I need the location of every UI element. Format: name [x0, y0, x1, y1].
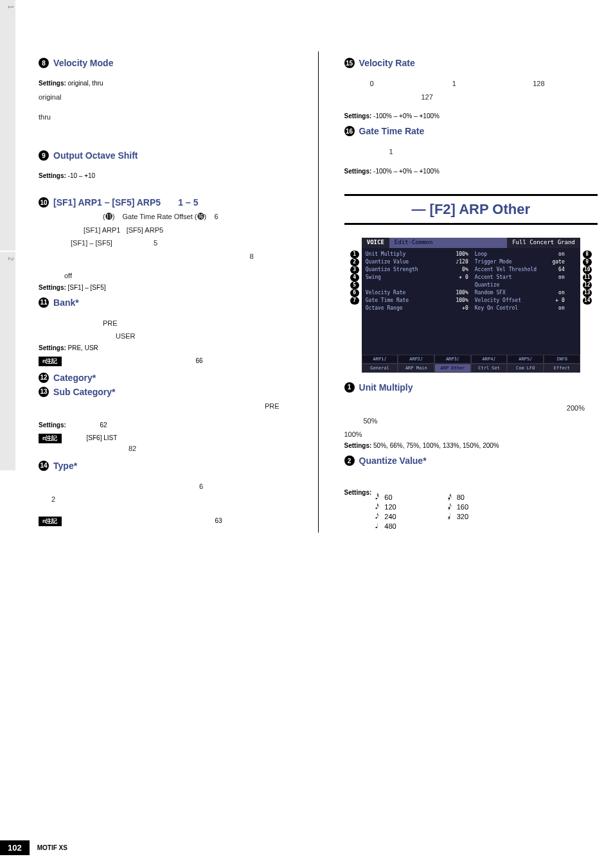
settings-13-val: 62: [68, 421, 107, 429]
settings-10-label: Settings:: [39, 284, 66, 291]
screen-row: Unit Multiply100%Loopon: [366, 251, 576, 258]
quantize-col: 𝅘𝅥𝅯₃80𝅘𝅥𝅮₃160𝅘𝅥₃320: [448, 493, 468, 530]
section-rule-bottom: [344, 223, 598, 225]
quantize-row: 𝅘𝅥₃320: [448, 512, 468, 520]
settings-10-val: [SF1] – [SF5]: [68, 284, 106, 291]
callout-11: 11: [583, 274, 592, 281]
page-footer: 102 MOTIF XS: [0, 840, 613, 855]
screen-tabs: ARP1♪ARP2♪ARP3♪ARP4♪ARP5♪INFO GeneralARP…: [362, 355, 580, 373]
p15b: 127: [344, 92, 598, 103]
p10d: 8: [39, 251, 292, 262]
title-10: [SF1] ARP1 – [SF5] ARP5 1 – 5: [53, 197, 198, 208]
quantize-val: 160: [457, 503, 468, 511]
quantize-row: 𝅘𝅥𝅯₃80: [448, 493, 468, 501]
note-icon: 𝅘𝅥𝅯₃: [448, 493, 454, 501]
note-13-label: n注記: [39, 434, 62, 443]
p13a: PRE: [39, 401, 292, 412]
heading-14: 14 Type*: [39, 461, 292, 471]
callouts-left: 1 2 3 4 5 6 7: [350, 251, 359, 305]
screen-voice: VOICE: [362, 238, 389, 248]
callout-13: 13: [583, 289, 592, 297]
callout-8: 8: [583, 251, 592, 258]
heading-8: 8 Velocity Mode: [39, 58, 292, 68]
num-12-icon: 12: [39, 373, 49, 383]
f-tab[interactable]: ARP Main: [398, 364, 434, 373]
note-icon: 𝅘𝅥₃: [448, 512, 454, 520]
section-arp-other: — [F2] ARP Other: [344, 194, 598, 225]
f-tab[interactable]: General: [362, 364, 398, 373]
note-13-text1: [SF6] LIST: [67, 434, 118, 441]
callout-4: 4: [350, 274, 359, 281]
quantize-row: 𝅘𝅥𝅯120: [375, 502, 396, 511]
page-number: 102: [0, 840, 30, 855]
settings-15-label: Settings:: [344, 112, 372, 120]
p10b: [SF1] ARP1 [SF5] ARP5: [39, 225, 292, 236]
settings-8-val: original, thru: [68, 80, 103, 87]
p1b-b: 50%: [344, 416, 598, 427]
note-11: n注記 66: [39, 357, 292, 366]
sf-tab[interactable]: ARP1♪: [362, 355, 398, 364]
left-column: 8 Velocity Mode Settings: original, thru…: [39, 51, 292, 533]
heading-12: 12 Category*: [39, 373, 292, 383]
quantize-val: 60: [384, 493, 392, 501]
sf-tab[interactable]: ARP4♪: [471, 355, 508, 364]
def-thru: thru: [39, 112, 292, 123]
note-icon: 𝅘𝅥: [375, 522, 382, 530]
heading-10: 10 [SF1] ARP1 – [SF5] ARP5 1 – 5: [39, 197, 292, 208]
num-14-icon: 14: [39, 461, 49, 471]
f-tab[interactable]: ARP Other: [434, 364, 471, 373]
note-11-label: n注記: [39, 357, 62, 366]
quantize-row: 𝅘𝅥𝅮₃160: [448, 502, 468, 511]
note-13-text2: 82: [39, 443, 292, 454]
p10c: [SF1] – [SF5] 5: [39, 238, 292, 249]
p15a: 0 1 128: [344, 78, 598, 89]
sf-tab[interactable]: INFO: [544, 355, 580, 364]
side-tabs: 1 2: [0, 0, 19, 868]
column-divider: [318, 51, 319, 533]
settings-11-label: Settings:: [39, 344, 66, 351]
heading-2b: 2 Quantize Value*: [344, 456, 598, 466]
f-tab[interactable]: Com LFO: [507, 364, 544, 373]
screen-row: Quantize Value♪120Trigger Modegate: [366, 258, 576, 266]
p14a: 6: [39, 481, 292, 492]
callout-5: 5: [350, 281, 359, 289]
f-tab[interactable]: Effect: [544, 364, 580, 373]
num-15-icon: 15: [344, 58, 355, 68]
title-12: Category*: [53, 373, 96, 383]
quantize-val: 120: [384, 503, 396, 511]
p11a: PRE: [39, 318, 292, 329]
settings-13-label: Settings:: [39, 421, 66, 429]
sf-tab[interactable]: ARP3♪: [434, 355, 471, 364]
settings-1b-label: Settings:: [344, 442, 372, 449]
sf-tab[interactable]: ARP2♪: [398, 355, 434, 364]
note-icon: 𝅘𝅥𝅰: [375, 493, 382, 501]
screen-row: Quantize Strength0%Accent Vel Threshold6…: [366, 266, 576, 274]
heading-9: 9 Output Octave Shift: [39, 150, 292, 161]
num-13-icon: 13: [39, 387, 49, 397]
screen-row: Velocity Rate100%Random SFXon: [366, 289, 576, 297]
p14b: 2: [39, 494, 292, 505]
note-14-label: n注記: [39, 517, 62, 526]
settings-8-label: Settings:: [39, 80, 66, 87]
num-11-icon: 11: [39, 297, 49, 308]
f-tab[interactable]: Ctrl Set: [471, 364, 508, 373]
p10e: off: [39, 270, 292, 281]
num-10-icon: 10: [39, 197, 49, 208]
sf-tab[interactable]: ARP5♪: [507, 355, 544, 364]
footer-text: MOTIF XS: [37, 844, 67, 851]
def-original: original: [39, 92, 292, 103]
screen-row: Octave Range+0Key On Controlon: [366, 305, 576, 312]
settings-11-val: PRE, USR: [68, 344, 98, 351]
num-2b-icon: 2: [344, 456, 355, 466]
heading-13: 13 Sub Category*: [39, 387, 292, 397]
num-8-icon: 8: [39, 58, 49, 68]
screen-voicename: Full Concert Grand: [507, 238, 580, 248]
heading-11: 11 Bank*: [39, 297, 292, 308]
heading-16: 16 Gate Time Rate: [344, 126, 598, 136]
title-14: Type*: [53, 461, 77, 471]
lcd-screenshot: 1 2 3 4 5 6 7 8 9 10 11 12 13 14 VOICE E…: [362, 238, 580, 373]
settings-10: Settings: [SF1] – [SF5]: [39, 284, 292, 291]
side-tab-2: 2: [0, 252, 15, 470]
quantize-row: 𝅘𝅥𝅮240: [375, 512, 396, 520]
section-title: — [F2] ARP Other: [344, 196, 598, 223]
